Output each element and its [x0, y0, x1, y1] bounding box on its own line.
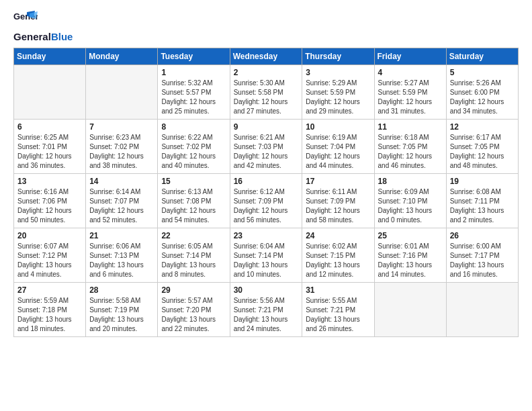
calendar-cell: 25Sunrise: 6:01 AM Sunset: 7:16 PM Dayli… — [374, 228, 446, 283]
weekday-monday: Monday — [86, 48, 158, 65]
day-info: Sunrise: 6:21 AM Sunset: 7:03 PM Dayligh… — [234, 133, 299, 171]
day-number: 15 — [161, 177, 226, 186]
day-info: Sunrise: 6:00 AM Sunset: 7:17 PM Dayligh… — [450, 242, 515, 279]
day-number: 4 — [378, 68, 443, 77]
calendar-cell: 7Sunrise: 6:23 AM Sunset: 7:02 PM Daylig… — [86, 120, 158, 174]
calendar-cell — [14, 65, 86, 120]
day-number: 17 — [306, 177, 370, 186]
calendar-cell: 4Sunrise: 5:27 AM Sunset: 5:59 PM Daylig… — [374, 65, 446, 120]
day-info: Sunrise: 5:59 AM Sunset: 7:18 PM Dayligh… — [17, 296, 82, 334]
day-number: 14 — [89, 177, 154, 186]
day-number: 22 — [161, 231, 226, 240]
calendar-cell: 10Sunrise: 6:19 AM Sunset: 7:04 PM Dayli… — [302, 120, 374, 174]
day-info: Sunrise: 6:04 AM Sunset: 7:14 PM Dayligh… — [234, 242, 299, 279]
day-info: Sunrise: 6:18 AM Sunset: 7:05 PM Dayligh… — [378, 133, 443, 171]
calendar-cell: 31Sunrise: 5:55 AM Sunset: 7:21 PM Dayli… — [302, 283, 374, 337]
calendar-cell: 8Sunrise: 6:22 AM Sunset: 7:02 PM Daylig… — [158, 120, 230, 174]
calendar-cell — [86, 65, 158, 120]
calendar-cell: 15Sunrise: 6:13 AM Sunset: 7:08 PM Dayli… — [158, 174, 230, 228]
page-header: General General Blue — [13, 11, 519, 42]
day-info: Sunrise: 6:22 AM Sunset: 7:02 PM Dayligh… — [161, 133, 226, 171]
calendar-cell: 2Sunrise: 5:30 AM Sunset: 5:58 PM Daylig… — [230, 65, 302, 120]
calendar-cell: 22Sunrise: 6:05 AM Sunset: 7:14 PM Dayli… — [158, 228, 230, 283]
day-info: Sunrise: 6:09 AM Sunset: 7:10 PM Dayligh… — [378, 187, 443, 225]
day-info: Sunrise: 6:11 AM Sunset: 7:09 PM Dayligh… — [306, 187, 370, 225]
day-info: Sunrise: 6:02 AM Sunset: 7:15 PM Dayligh… — [306, 242, 370, 279]
logo-general-text: General — [13, 31, 51, 42]
day-number: 11 — [378, 122, 443, 132]
day-number: 26 — [450, 231, 515, 240]
day-info: Sunrise: 5:57 AM Sunset: 7:20 PM Dayligh… — [161, 296, 226, 334]
day-number: 27 — [17, 285, 82, 295]
weekday-header-row: SundayMondayTuesdayWednesdayThursdayFrid… — [14, 48, 519, 65]
day-number: 12 — [450, 122, 515, 132]
day-number: 2 — [234, 68, 299, 77]
week-row-3: 13Sunrise: 6:16 AM Sunset: 7:06 PM Dayli… — [14, 174, 519, 228]
day-info: Sunrise: 6:06 AM Sunset: 7:13 PM Dayligh… — [89, 242, 154, 279]
calendar-cell: 6Sunrise: 6:25 AM Sunset: 7:01 PM Daylig… — [14, 120, 86, 174]
calendar-cell: 3Sunrise: 5:29 AM Sunset: 5:59 PM Daylig… — [302, 65, 374, 120]
weekday-thursday: Thursday — [302, 48, 374, 65]
day-number: 18 — [378, 177, 443, 186]
calendar-cell: 21Sunrise: 6:06 AM Sunset: 7:13 PM Dayli… — [86, 228, 158, 283]
day-info: Sunrise: 5:32 AM Sunset: 5:57 PM Dayligh… — [161, 79, 226, 116]
day-number: 31 — [306, 285, 370, 295]
calendar-cell: 11Sunrise: 6:18 AM Sunset: 7:05 PM Dayli… — [374, 120, 446, 174]
weekday-saturday: Saturday — [446, 48, 518, 65]
day-number: 19 — [450, 177, 515, 186]
week-row-1: 1Sunrise: 5:32 AM Sunset: 5:57 PM Daylig… — [14, 65, 519, 120]
calendar-cell: 12Sunrise: 6:17 AM Sunset: 7:05 PM Dayli… — [446, 120, 518, 174]
calendar-cell — [446, 283, 518, 337]
calendar-cell: 29Sunrise: 5:57 AM Sunset: 7:20 PM Dayli… — [158, 283, 230, 337]
day-info: Sunrise: 5:29 AM Sunset: 5:59 PM Dayligh… — [306, 79, 370, 116]
day-number: 1 — [161, 68, 226, 77]
logo-blue-text: Blue — [51, 31, 73, 42]
day-number: 20 — [17, 231, 82, 240]
week-row-4: 20Sunrise: 6:07 AM Sunset: 7:12 PM Dayli… — [14, 228, 519, 283]
day-info: Sunrise: 6:25 AM Sunset: 7:01 PM Dayligh… — [17, 133, 82, 171]
day-number: 25 — [378, 231, 443, 240]
day-number: 8 — [161, 122, 226, 132]
day-number: 23 — [234, 231, 299, 240]
day-number: 13 — [17, 177, 82, 186]
calendar-cell: 20Sunrise: 6:07 AM Sunset: 7:12 PM Dayli… — [14, 228, 86, 283]
day-info: Sunrise: 5:27 AM Sunset: 5:59 PM Dayligh… — [378, 79, 443, 116]
calendar-cell: 27Sunrise: 5:59 AM Sunset: 7:18 PM Dayli… — [14, 283, 86, 337]
week-row-5: 27Sunrise: 5:59 AM Sunset: 7:18 PM Dayli… — [14, 283, 519, 337]
weekday-sunday: Sunday — [14, 48, 86, 65]
day-info: Sunrise: 6:14 AM Sunset: 7:07 PM Dayligh… — [89, 187, 154, 225]
calendar-body: 1Sunrise: 5:32 AM Sunset: 5:57 PM Daylig… — [14, 65, 519, 337]
day-info: Sunrise: 6:13 AM Sunset: 7:08 PM Dayligh… — [161, 187, 226, 225]
calendar-cell: 17Sunrise: 6:11 AM Sunset: 7:09 PM Dayli… — [302, 174, 374, 228]
calendar-table: SundayMondayTuesdayWednesdayThursdayFrid… — [13, 48, 519, 337]
calendar-cell: 9Sunrise: 6:21 AM Sunset: 7:03 PM Daylig… — [230, 120, 302, 174]
calendar-cell: 28Sunrise: 5:58 AM Sunset: 7:19 PM Dayli… — [86, 283, 158, 337]
calendar-header: SundayMondayTuesdayWednesdayThursdayFrid… — [14, 48, 519, 65]
calendar-cell: 16Sunrise: 6:12 AM Sunset: 7:09 PM Dayli… — [230, 174, 302, 228]
day-number: 30 — [234, 285, 299, 295]
weekday-wednesday: Wednesday — [230, 48, 302, 65]
day-info: Sunrise: 5:26 AM Sunset: 6:00 PM Dayligh… — [450, 79, 515, 116]
calendar-cell: 19Sunrise: 6:08 AM Sunset: 7:11 PM Dayli… — [446, 174, 518, 228]
day-info: Sunrise: 5:30 AM Sunset: 5:58 PM Dayligh… — [234, 79, 299, 116]
calendar-cell: 30Sunrise: 5:56 AM Sunset: 7:21 PM Dayli… — [230, 283, 302, 337]
calendar-cell: 23Sunrise: 6:04 AM Sunset: 7:14 PM Dayli… — [230, 228, 302, 283]
day-info: Sunrise: 6:05 AM Sunset: 7:14 PM Dayligh… — [161, 242, 226, 279]
weekday-tuesday: Tuesday — [158, 48, 230, 65]
day-info: Sunrise: 6:08 AM Sunset: 7:11 PM Dayligh… — [450, 187, 515, 225]
day-number: 9 — [234, 122, 299, 132]
calendar-cell: 14Sunrise: 6:14 AM Sunset: 7:07 PM Dayli… — [86, 174, 158, 228]
calendar-cell: 5Sunrise: 5:26 AM Sunset: 6:00 PM Daylig… — [446, 65, 518, 120]
day-info: Sunrise: 6:12 AM Sunset: 7:09 PM Dayligh… — [234, 187, 299, 225]
calendar-cell: 26Sunrise: 6:00 AM Sunset: 7:17 PM Dayli… — [446, 228, 518, 283]
day-info: Sunrise: 5:55 AM Sunset: 7:21 PM Dayligh… — [306, 296, 370, 334]
logo-bird-icon: General — [13, 11, 38, 31]
day-number: 10 — [306, 122, 370, 132]
day-info: Sunrise: 5:56 AM Sunset: 7:21 PM Dayligh… — [234, 296, 299, 334]
day-number: 21 — [89, 231, 154, 240]
day-number: 16 — [234, 177, 299, 186]
day-info: Sunrise: 5:58 AM Sunset: 7:19 PM Dayligh… — [89, 296, 154, 334]
day-number: 24 — [306, 231, 370, 240]
day-info: Sunrise: 6:19 AM Sunset: 7:04 PM Dayligh… — [306, 133, 370, 171]
weekday-friday: Friday — [374, 48, 446, 65]
